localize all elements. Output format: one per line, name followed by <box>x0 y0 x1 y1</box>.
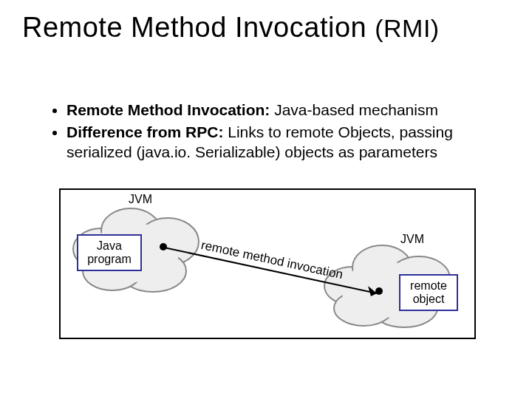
java-program-box: Java program <box>77 234 142 271</box>
box-line: remote <box>400 279 457 293</box>
rmi-diagram: remote method invocation JVM JVM Java pr… <box>59 188 476 339</box>
bullet-item: Difference from RPC: Links to remote Obj… <box>66 123 502 162</box>
remote-object-box: remote object <box>399 274 458 311</box>
jvm-label-left: JVM <box>129 193 152 206</box>
bullet-list: Remote Method Invocation: Java-based mec… <box>24 100 502 165</box>
bullet-bold: Difference from RPC: <box>66 123 223 140</box>
endpoint-dot-icon <box>160 243 167 250</box>
bullet-bold: Remote Method Invocation: <box>66 101 270 118</box>
title-main: Remote Method Invocation <box>22 12 366 43</box>
jvm-label-right: JVM <box>400 233 424 246</box>
box-line: Java <box>78 239 140 253</box>
title-suffix: (RMI) <box>375 14 439 42</box>
box-line: program <box>78 253 140 266</box>
endpoint-dot-icon <box>375 287 383 295</box>
slide-title: Remote Method Invocation (RMI) <box>22 12 440 44</box>
box-line: object <box>400 293 457 306</box>
bullet-item: Remote Method Invocation: Java-based mec… <box>66 100 502 120</box>
bullet-text: Java-based mechanism <box>270 101 438 118</box>
